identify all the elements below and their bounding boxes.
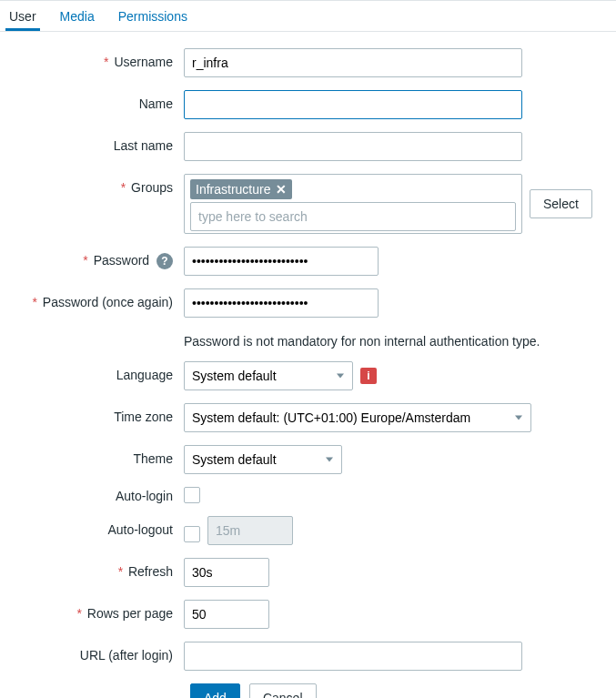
password-input[interactable] <box>184 247 379 276</box>
rowsperpage-input[interactable] <box>184 600 269 629</box>
cancel-button[interactable]: Cancel <box>249 683 317 698</box>
tab-media[interactable]: Media <box>56 1 98 31</box>
add-button[interactable]: Add <box>190 683 240 698</box>
label-password: * Password ? <box>5 247 184 269</box>
label-autologout: Auto-logout <box>5 516 184 537</box>
timezone-select[interactable]: System default: (UTC+01:00) Europe/Amste… <box>184 403 531 432</box>
password-hint: Password is not mandatory for non intern… <box>184 330 540 349</box>
tab-permissions[interactable]: Permissions <box>115 1 191 31</box>
group-chip-label: Infrastructure <box>196 182 270 197</box>
urlafterlogin-input[interactable] <box>184 642 522 671</box>
info-icon[interactable]: i <box>360 368 377 384</box>
language-select[interactable]: System default <box>184 361 353 390</box>
label-rowsperpage: * Rows per page <box>5 600 184 621</box>
label-urlafterlogin: URL (after login) <box>5 642 184 663</box>
theme-select[interactable]: System default <box>184 445 342 474</box>
tab-user[interactable]: User <box>5 1 40 31</box>
label-lastname: Last name <box>5 132 184 153</box>
password2-input[interactable] <box>184 288 379 318</box>
groups-multiselect[interactable]: Infrastructure ✕ <box>184 174 522 234</box>
select-groups-button[interactable]: Select <box>530 189 592 218</box>
help-icon[interactable]: ? <box>157 253 173 269</box>
label-refresh: * Refresh <box>5 558 184 579</box>
username-input[interactable] <box>184 48 522 77</box>
lastname-input[interactable] <box>184 132 522 161</box>
label-theme: Theme <box>5 445 184 466</box>
label-username: * Username <box>5 48 184 69</box>
user-form: * Username Name Last name * Groups Infra… <box>0 32 616 698</box>
autologout-checkbox[interactable] <box>184 526 200 542</box>
label-groups: * Groups <box>5 174 184 195</box>
groups-search-input[interactable] <box>190 202 516 231</box>
refresh-input[interactable] <box>184 558 269 587</box>
label-autologin: Auto-login <box>5 487 184 503</box>
name-input[interactable] <box>184 90 522 119</box>
tabs: User Media Permissions <box>0 0 616 32</box>
remove-group-icon[interactable]: ✕ <box>276 182 287 197</box>
label-name: Name <box>5 90 184 111</box>
label-language: Language <box>5 361 184 382</box>
autologin-checkbox[interactable] <box>184 487 200 503</box>
autologout-input <box>207 516 293 545</box>
label-timezone: Time zone <box>5 403 184 424</box>
label-password2: * Password (once again) <box>5 288 184 309</box>
group-chip: Infrastructure ✕ <box>190 179 292 199</box>
